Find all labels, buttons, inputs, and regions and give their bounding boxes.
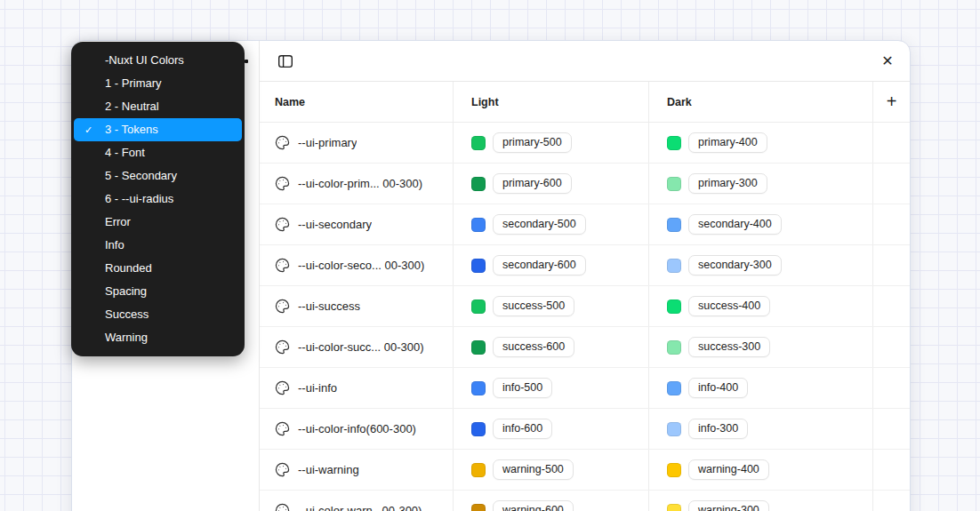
token-name: --ui-primary <box>298 136 357 149</box>
menu-item[interactable]: ✓ -Nuxt UI Colors <box>74 49 242 72</box>
dark-value-chip[interactable]: warning-300 <box>688 500 769 511</box>
menu-item[interactable]: ✓ 4 - Font <box>74 141 242 164</box>
table-row[interactable]: --ui-color-warn...00-300) warning-600 wa… <box>260 491 910 511</box>
add-mode-button[interactable]: + <box>887 92 897 112</box>
light-cell[interactable]: warning-500 <box>453 450 648 490</box>
table-row[interactable]: --ui-info info-500 info-400 <box>260 368 910 409</box>
dark-cell[interactable]: primary-400 <box>648 123 872 163</box>
toggle-sidebar-button[interactable] <box>275 51 296 72</box>
light-color-swatch[interactable] <box>471 463 486 477</box>
light-cell[interactable]: info-500 <box>453 368 648 408</box>
dark-cell[interactable]: success-400 <box>648 286 872 326</box>
dark-color-swatch[interactable] <box>667 136 681 150</box>
dark-color-swatch[interactable] <box>667 463 681 477</box>
dark-cell[interactable]: info-400 <box>648 368 872 408</box>
dark-value-chip[interactable]: success-400 <box>688 296 770 316</box>
dark-color-swatch[interactable] <box>667 504 681 511</box>
light-cell[interactable]: warning-600 <box>453 491 648 511</box>
dark-cell[interactable]: primary-300 <box>648 164 872 204</box>
dark-value-chip[interactable]: primary-400 <box>688 132 767 153</box>
light-color-swatch[interactable] <box>471 299 486 314</box>
empty-cell <box>872 327 910 367</box>
light-value-chip[interactable]: warning-500 <box>493 459 574 480</box>
token-name: --ui-color-info(600-300) <box>298 422 416 435</box>
light-value-chip[interactable]: primary-500 <box>493 132 572 153</box>
light-color-swatch[interactable] <box>471 259 486 273</box>
palette-icon <box>275 462 290 477</box>
light-color-swatch[interactable] <box>471 381 486 395</box>
table-row[interactable]: --ui-color-seco... 00-300) secondary-600… <box>260 245 910 286</box>
dark-value-chip[interactable]: primary-300 <box>688 173 767 194</box>
menu-item[interactable]: ✓ 2 - Neutral <box>74 95 242 118</box>
light-value-chip[interactable]: success-500 <box>493 296 574 316</box>
light-cell[interactable]: primary-500 <box>453 123 648 163</box>
panel-topbar: ✕ <box>260 41 910 82</box>
light-value-chip[interactable]: info-500 <box>493 378 552 398</box>
dark-cell[interactable]: success-300 <box>648 327 872 367</box>
light-value-chip[interactable]: secondary-600 <box>493 255 586 275</box>
table-row[interactable]: --ui-success success-500 success-400 <box>260 286 910 327</box>
token-name: --ui-secondary <box>298 218 372 231</box>
menu-item[interactable]: ✓ 3 - Tokens <box>74 118 242 141</box>
light-value-chip[interactable]: info-600 <box>493 419 552 439</box>
menu-item[interactable]: ✓ Info <box>74 234 242 257</box>
light-cell[interactable]: secondary-500 <box>453 204 648 244</box>
token-name: --ui-success <box>298 299 360 313</box>
close-button[interactable]: ✕ <box>877 51 898 72</box>
dark-color-swatch[interactable] <box>667 299 681 314</box>
dark-cell[interactable]: secondary-400 <box>648 204 872 244</box>
menu-item[interactable]: ✓ Warning <box>74 326 242 349</box>
palette-icon <box>275 339 290 355</box>
menu-item[interactable]: ✓ Success <box>74 303 242 326</box>
light-color-swatch[interactable] <box>471 177 486 191</box>
palette-icon <box>275 258 290 273</box>
light-color-swatch[interactable] <box>471 422 486 436</box>
dark-color-swatch[interactable] <box>667 340 681 355</box>
light-color-swatch[interactable] <box>471 136 486 150</box>
menu-item[interactable]: ✓ 5 - Secondary <box>74 164 242 188</box>
light-cell[interactable]: success-500 <box>453 286 648 326</box>
dark-cell[interactable]: warning-400 <box>648 450 872 490</box>
light-color-swatch[interactable] <box>471 504 486 511</box>
dark-color-swatch[interactable] <box>667 218 681 232</box>
dark-value-chip[interactable]: secondary-400 <box>688 214 782 235</box>
menu-item-label: 4 - Font <box>105 146 145 159</box>
token-name: --ui-color-seco... 00-300) <box>298 259 424 272</box>
light-color-swatch[interactable] <box>471 340 486 355</box>
light-value-chip[interactable]: success-600 <box>493 337 574 357</box>
dark-color-swatch[interactable] <box>667 422 681 436</box>
palette-icon <box>275 421 290 436</box>
light-cell[interactable]: info-600 <box>453 409 648 449</box>
light-cell[interactable]: success-600 <box>453 327 648 367</box>
dark-value-chip[interactable]: secondary-300 <box>688 255 782 275</box>
menu-item[interactable]: ✓ Spacing <box>74 280 242 303</box>
dark-cell[interactable]: warning-300 <box>648 491 872 511</box>
light-cell[interactable]: secondary-600 <box>453 245 648 285</box>
dark-value-chip[interactable]: warning-400 <box>688 459 769 480</box>
menu-item[interactable]: ✓ Rounded <box>74 257 242 280</box>
dark-color-swatch[interactable] <box>667 177 681 191</box>
light-cell[interactable]: primary-600 <box>453 164 648 204</box>
light-value-chip[interactable]: primary-600 <box>493 173 572 194</box>
light-color-swatch[interactable] <box>471 218 486 232</box>
table-row[interactable]: --ui-secondary secondary-500 secondary-4… <box>260 204 910 245</box>
table-row[interactable]: --ui-warning warning-500 warning-400 <box>260 450 910 491</box>
dark-color-swatch[interactable] <box>667 259 681 273</box>
dark-cell[interactable]: info-300 <box>648 409 872 449</box>
table-row[interactable]: --ui-primary primary-500 primary-400 <box>260 123 910 164</box>
menu-item[interactable]: ✓ 1 - Primary <box>74 72 242 95</box>
menu-item[interactable]: ✓ 6 - --ui-radius <box>74 188 242 211</box>
dark-color-swatch[interactable] <box>667 381 681 395</box>
table-row[interactable]: --ui-color-info(600-300) info-600 info-3… <box>260 409 910 450</box>
menu-item[interactable]: ✓ Error <box>74 211 242 234</box>
dark-cell[interactable]: secondary-300 <box>648 245 872 285</box>
light-value-chip[interactable]: warning-600 <box>493 500 574 511</box>
light-value-chip[interactable]: secondary-500 <box>493 214 586 235</box>
table-header: Name Light Dark + <box>260 82 910 123</box>
dark-value-chip[interactable]: info-300 <box>688 419 748 439</box>
dark-value-chip[interactable]: success-300 <box>688 337 770 357</box>
table-row[interactable]: --ui-color-prim... 00-300) primary-600 p… <box>260 164 910 204</box>
menu-item-label: Success <box>105 307 149 321</box>
dark-value-chip[interactable]: info-400 <box>688 378 748 398</box>
table-row[interactable]: --ui-color-succ... 00-300) success-600 s… <box>260 327 910 368</box>
